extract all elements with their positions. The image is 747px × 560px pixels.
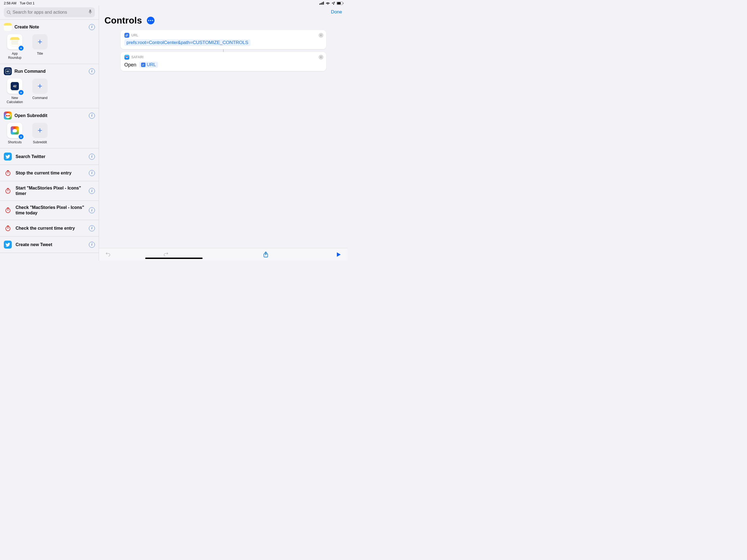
- info-button[interactable]: i: [89, 24, 95, 30]
- action-row[interactable]: Create new Tweeti: [0, 236, 99, 253]
- svg-rect-9: [89, 9, 91, 12]
- row-label: Start "MacStories Pixel - Icons" timer: [16, 185, 85, 196]
- row-label: Check the current time entry: [16, 226, 85, 231]
- svg-rect-5: [337, 2, 341, 4]
- link-icon: [141, 62, 146, 67]
- remove-action-button[interactable]: ✕: [318, 33, 324, 38]
- actions-list[interactable]: Create Note i +App Roundup+Title 42 Run …: [0, 20, 99, 261]
- main-panel: Done Controls URL ✕ prefs:root=ControlCe…: [99, 5, 347, 261]
- open-url-action-card[interactable]: SAFARI ✕ Open URL: [121, 52, 326, 71]
- status-date: Tue Oct 1: [20, 1, 34, 5]
- action-row[interactable]: Check "MacStories Pixel - Icons" time to…: [0, 201, 99, 220]
- add-tile[interactable]: +Command: [31, 78, 49, 104]
- status-bar: 2:58 AM Tue Oct 1: [0, 0, 347, 5]
- sections-mount: Create Note i +App Roundup+Title 42 Run …: [0, 20, 99, 149]
- svg-line-8: [9, 13, 11, 14]
- rows-mount: Search TwitteriStop the current time ent…: [0, 149, 99, 253]
- row-label: Search Twitter: [16, 154, 85, 159]
- safari-icon: [124, 55, 129, 59]
- svg-rect-1: [321, 3, 321, 5]
- app-tile[interactable]: +App Roundup: [6, 34, 24, 60]
- info-button[interactable]: i: [89, 113, 95, 119]
- status-right: [319, 2, 344, 5]
- link-icon: [124, 33, 129, 38]
- row-label: Create new Tweet: [16, 242, 85, 248]
- info-button[interactable]: i: [89, 154, 95, 160]
- action-row[interactable]: Start "MacStories Pixel - Icons" timeri: [0, 181, 99, 201]
- search-icon: [6, 10, 11, 15]
- workflow-canvas[interactable]: URL ✕ prefs:root=ControlCenter&path=CUST…: [99, 30, 347, 248]
- add-tile[interactable]: +Title: [31, 34, 49, 60]
- svg-rect-6: [343, 2, 344, 4]
- section-title: Create Note: [15, 25, 86, 29]
- svg-rect-0: [319, 4, 320, 5]
- url-value[interactable]: prefs:root=ControlCenter&path=CUSTOMIZE_…: [124, 40, 251, 46]
- url-action-card[interactable]: URL ✕ prefs:root=ControlCenter&path=CUST…: [121, 30, 326, 49]
- wifi-icon: [326, 2, 330, 5]
- info-button[interactable]: i: [89, 188, 95, 194]
- home-indicator: [145, 258, 203, 259]
- app-tile[interactable]: +Shortcuts: [6, 123, 24, 144]
- redo-button[interactable]: [163, 252, 169, 258]
- action-row[interactable]: Check the current time entryi: [0, 220, 99, 236]
- section-title: Open Subreddit: [15, 113, 86, 118]
- remove-action-button[interactable]: ✕: [318, 55, 324, 59]
- row-label: Check "MacStories Pixel - Icons" time to…: [16, 205, 85, 216]
- info-button[interactable]: i: [89, 170, 95, 176]
- action-row[interactable]: Search Twitteri: [0, 149, 99, 165]
- row-label: Stop the current time entry: [16, 170, 85, 176]
- location-icon: [332, 2, 335, 5]
- svg-rect-2: [322, 2, 323, 5]
- run-button[interactable]: [335, 252, 341, 258]
- bottom-toolbar: [99, 248, 347, 261]
- status-time: 2:58 AM: [4, 1, 17, 5]
- mic-icon[interactable]: [88, 9, 92, 15]
- action-section: Open Subreddit i +Shortcuts+Subreddit: [0, 108, 99, 149]
- section-title: Run Command: [15, 69, 86, 74]
- battery-icon: [337, 2, 344, 5]
- cellular-icon: [319, 2, 324, 5]
- open-card-header: SAFARI: [131, 55, 144, 59]
- search-input[interactable]: [12, 10, 87, 15]
- connector-line: [223, 49, 224, 52]
- info-button[interactable]: i: [89, 242, 95, 248]
- search-field[interactable]: [4, 7, 95, 17]
- action-section: Create Note i +App Roundup+Title: [0, 20, 99, 64]
- done-button[interactable]: Done: [331, 9, 342, 15]
- add-tile[interactable]: +Subreddit: [31, 123, 49, 144]
- info-button[interactable]: i: [89, 225, 95, 231]
- url-card-header: URL: [131, 33, 138, 37]
- info-button[interactable]: i: [89, 207, 95, 213]
- options-button[interactable]: [147, 17, 154, 24]
- sidebar: Create Note i +App Roundup+Title 42 Run …: [0, 5, 99, 261]
- action-row[interactable]: Stop the current time entryi: [0, 165, 99, 181]
- info-button[interactable]: i: [89, 68, 95, 74]
- shortcut-title[interactable]: Controls: [104, 15, 142, 26]
- app-tile[interactable]: 42+New Calculation: [6, 78, 24, 104]
- undo-button[interactable]: [105, 252, 111, 258]
- svg-rect-3: [323, 2, 324, 5]
- open-verb: Open: [124, 62, 136, 68]
- url-token[interactable]: URL: [139, 62, 158, 68]
- share-button[interactable]: [263, 251, 268, 258]
- action-section: 42 Run Command i 42+New Calculation+Comm…: [0, 64, 99, 108]
